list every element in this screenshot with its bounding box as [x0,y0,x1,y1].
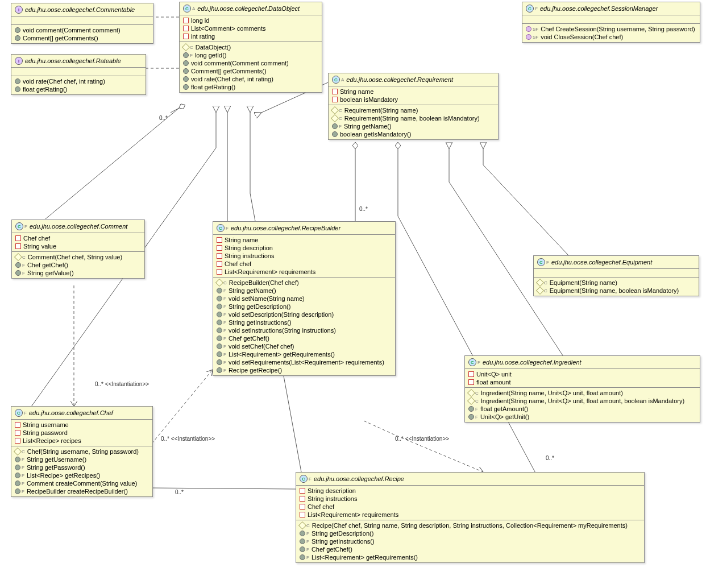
visibility-icon [217,237,222,243]
attribute-text: String description [308,487,356,494]
visibility-icon [183,34,189,39]
operation-text: Chef getChef() [312,546,352,553]
operation-row: float getRating() [180,83,322,91]
attributes-section: String descriptionString instructionsChe… [296,486,644,520]
uml-class-sessionmanager[interactable]: CFedu.jhu.oose.collegechef.SessionManage… [522,2,700,43]
visibility-icon [217,328,222,333]
visibility-icon [15,465,20,470]
visibility-icon [332,131,338,137]
visibility-icon [468,414,474,420]
modifier-badge: F [22,473,24,478]
final-badge: F [226,226,229,231]
visibility-icon [526,26,531,32]
attribute-row: String instructions [213,252,395,260]
modifier-badge: F [223,312,226,317]
attributes-section [522,15,700,24]
class-title: CFedu.jhu.oose.collegechef.SessionManage… [522,2,700,15]
relationship-label: 0..* <<Instantiation>> [95,381,149,387]
visibility-icon [15,86,20,92]
operation-row: Fvoid setName(String name) [213,295,395,303]
uml-class-ingredient[interactable]: CFedu.jhu.oose.collegechef.IngredientUni… [464,355,700,423]
class-icon: C [300,475,308,483]
uml-class-requirement[interactable]: CAedu.jhu.oose.collegechef.RequirementSt… [328,73,499,140]
final-badge: F [477,360,480,365]
attribute-row: long id [180,16,322,24]
attribute-text: String name [225,237,258,243]
modifier-badge: F [306,555,309,560]
visibility-icon [183,76,189,82]
attribute-row: Chef chef [296,503,644,511]
attribute-row: String value [12,242,144,250]
visibility-icon [217,312,222,317]
operation-text: void rate(Chef chef, int rating) [23,78,105,85]
modifier-badge: C [223,280,227,285]
attribute-text: String password [23,429,68,436]
class-icon: C [217,224,225,232]
visibility-icon [217,253,222,259]
interface-icon: I [15,57,23,65]
operation-text: List<Requirement> getRequirements() [312,554,418,561]
modifier-badge: F [339,124,342,129]
visibility-icon [183,84,189,90]
attribute-row: String username [11,421,152,429]
visibility-icon [15,457,20,462]
uml-class-recipe[interactable]: CFedu.jhu.oose.collegechef.RecipeString … [296,472,645,563]
operations-section: CRecipe(Chef chef, String name, String d… [296,520,644,562]
operation-row: FList<Requirement> getRequirements() [213,350,395,358]
uml-connector [483,149,568,255]
uml-class-dataobject[interactable]: CAedu.jhu.oose.collegechef.DataObjectlon… [179,2,322,93]
modifier-badge: F [223,336,226,341]
visibility-icon [468,371,474,377]
operation-row: SFChef CreateSession(String username, St… [522,25,700,33]
class-icon: C [183,5,191,13]
modifier-badge: C [475,391,479,396]
modifier-badge: C [22,255,26,260]
operation-text: float getRating() [191,84,235,90]
final-badge: F [535,6,538,11]
operation-row: SFvoid CloseSession(Chef chef) [522,33,700,41]
visibility-icon [15,481,20,486]
uml-class-rateable[interactable]: Iedu.jhu.oose.collegechef.Rateablevoid r… [11,54,146,95]
visibility-icon [183,68,189,74]
visibility-icon [300,531,305,536]
operation-row: CRecipe(Chef chef, String name, String d… [296,521,644,529]
attributes-section [11,68,146,76]
operation-text: void setRequirements(List<Requirement> r… [229,359,384,366]
visibility-icon [300,504,305,510]
abstract-badge: A [341,77,344,82]
uml-class-recipebuilder[interactable]: CFedu.jhu.oose.collegechef.RecipeBuilder… [213,221,396,376]
visibility-icon [217,296,222,301]
modifier-badge: F [190,53,193,58]
uml-class-commentable[interactable]: Iedu.jhu.oose.collegechef.Commentablevoi… [11,3,153,44]
visibility-icon [15,270,21,276]
modifier-badge: F [223,328,226,333]
attribute-row: List<Requirement> requirements [213,268,395,276]
attributes-section [11,16,153,25]
visibility-icon [331,114,339,122]
visibility-icon [15,35,20,41]
modifier-badge: F [223,352,226,357]
uml-class-equipment[interactable]: CFedu.jhu.oose.collegechef.EquipmentCEqu… [533,255,699,296]
modifier-badge: F [306,531,309,536]
modifier-badge: F [223,368,226,373]
attribute-row: List<Requirement> requirements [296,511,644,519]
operation-text: Recipe(Chef chef, String name, String de… [312,522,628,529]
operation-row: void rate(Chef chef, int rating) [11,77,146,85]
operation-row: boolean getIsMandatory() [329,130,498,138]
uml-class-comment[interactable]: CFedu.jhu.oose.collegechef.CommentChef c… [11,220,145,279]
operations-section: CComment(Chef chef, String value)FChef g… [12,252,144,278]
visibility-icon [215,279,223,287]
uml-class-chef[interactable]: CFedu.jhu.oose.collegechef.ChefString us… [11,406,153,497]
operation-text: void CloseSession(Chef chef) [541,34,623,40]
class-icon: C [468,358,476,366]
operation-row: FList<Recipe> getRecipes() [11,471,152,479]
modifier-badge: F [223,288,226,293]
operation-row: CChef(String username, String password) [11,448,152,456]
operation-row: FString getInstructions() [213,318,395,326]
operation-text: Equipment(String name, boolean isMandato… [550,287,679,294]
operation-row: FString getPassword() [11,463,152,471]
operations-section: CChef(String username, String password)F… [11,446,152,496]
visibility-icon [15,243,21,249]
operation-text: Chef getChef() [27,262,68,268]
visibility-icon [332,123,338,129]
